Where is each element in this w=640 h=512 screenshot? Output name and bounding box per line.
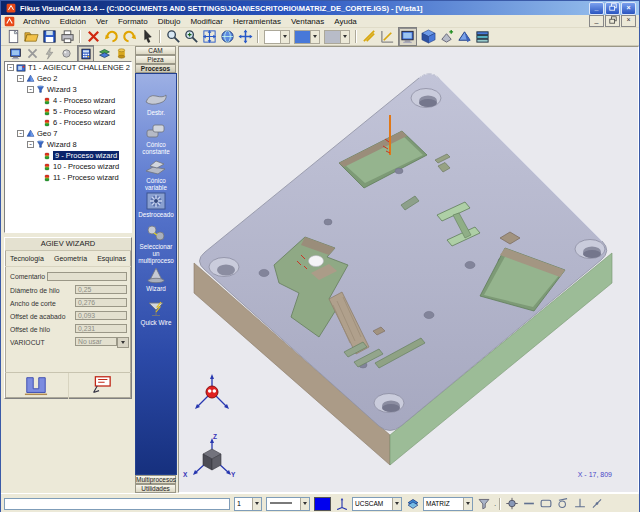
tree-row[interactable]: - Wizard 3 [5,84,131,95]
sphere-icon[interactable] [60,47,73,60]
diametro-input[interactable]: 0,25 [75,285,127,294]
process-item-destroceado[interactable]: Destroceado [136,192,176,218]
layer-number-combo[interactable]: 1 [234,497,262,511]
menu-herramientas[interactable]: Herramientas [228,17,286,26]
tree-label[interactable]: 4 - Proceso wizard [53,96,115,105]
offset-acabado-input[interactable]: 0,093 [75,311,127,320]
variocut-dropdown-button[interactable] [117,337,129,348]
snap-perpendicular-icon[interactable] [573,497,587,510]
pan-icon[interactable] [238,29,253,44]
offset-hilo-input[interactable]: 0,231 [75,324,127,333]
tree-label[interactable]: 5 - Proceso wizard [53,107,115,116]
tree-row[interactable]: - Wizard 8 [5,139,131,150]
layer-diamond-icon[interactable] [406,497,420,510]
expander-icon[interactable]: - [7,64,14,71]
viewport-vista1[interactable]: Z X Y X - 17, 809 Y - 35, 292 Z 0 [178,46,639,493]
tree-label[interactable]: Geo 2 [37,74,57,83]
layers-icon[interactable] [98,47,111,60]
agie-sign-button[interactable] [69,373,132,399]
plane-icon[interactable] [439,29,454,44]
wedge-icon[interactable] [457,29,472,44]
save-icon[interactable] [42,29,57,44]
tree-label[interactable]: 10 - Proceso wizard [53,162,119,171]
undo-icon[interactable] [104,29,119,44]
select-icon[interactable] [140,29,155,44]
menu-ventanas[interactable]: Ventanas [286,17,329,26]
snap-nearest-icon[interactable] [590,497,604,510]
zoom-window-icon[interactable] [184,29,199,44]
mdi-restore-button[interactable] [605,15,620,27]
tab-pieza[interactable]: Pieza [135,55,176,64]
tree-row[interactable]: 10 - Proceso wizard [5,161,131,172]
expander-icon[interactable]: - [17,75,24,82]
tree-row[interactable]: 6 - Proceso wizard [5,117,131,128]
tree-row[interactable]: - Geo 2 [5,73,131,84]
tab-utilidades[interactable]: Utilidades [135,484,176,493]
close-button[interactable]: × [621,2,636,15]
tree-label[interactable]: 9 - Proceso wizard [53,151,119,160]
tree-label[interactable]: 6 - Proceso wizard [53,118,115,127]
menu-modificar[interactable]: Modificar [185,17,227,26]
tree-label[interactable]: 11 - Proceso wizard [53,173,119,182]
scale-icon[interactable] [380,29,395,44]
snap-point-icon[interactable] [505,497,519,510]
snap-middle-icon[interactable] [522,497,536,510]
zoom-icon[interactable] [166,29,181,44]
tree-row[interactable]: 5 - Proceso wizard [5,106,131,117]
tab-geometria[interactable]: Geometría [54,255,87,262]
simulate-screen-icon[interactable] [9,47,22,60]
tab-procesos[interactable]: Procesos [135,64,176,73]
expander-icon[interactable]: - [27,141,34,148]
command-input[interactable] [4,498,230,510]
minimize-button[interactable]: _ [589,2,604,15]
tab-cam[interactable]: CAM [135,46,176,55]
axis-icon[interactable] [335,497,349,510]
menu-dibujo[interactable]: Dibujo [153,17,186,26]
measure-icon[interactable] [362,29,377,44]
menu-formato[interactable]: Formato [113,17,153,26]
tree-row[interactable]: - T1 - AGIECUT CHALLENGE 2 [5,62,131,73]
cam-tree[interactable]: - T1 - AGIECUT CHALLENGE 2 - Geo 2 - Wiz… [4,61,132,233]
delete-gray-icon[interactable] [26,47,39,60]
view-combo[interactable] [264,30,290,44]
tree-row[interactable]: 11 - Proceso wizard [5,172,131,183]
process-item-desbaste[interactable]: Desbr. [136,90,176,116]
variocut-select[interactable]: No usar [75,337,117,346]
layer-name-combo[interactable]: MATRIZ [423,497,473,511]
tree-label[interactable]: T1 - AGIECUT CHALLENGE 2 [28,63,130,72]
tree-row[interactable]: 4 - Proceso wizard [5,95,131,106]
stack-icon[interactable] [475,29,490,44]
process-item-quick-wire[interactable]: Quick Wire [136,300,176,326]
maximize-button[interactable] [605,2,620,15]
mdi-close-button[interactable]: × [621,15,636,27]
tab-tecnologia[interactable]: Tecnología [10,255,44,262]
die-punch-button[interactable] [5,373,69,399]
tree-row[interactable]: - Geo 7 [5,128,131,139]
tab-multiprocesos[interactable]: Multiprocesos [135,475,176,484]
ancho-input[interactable]: 0,276 [75,298,127,307]
zoom-all-icon[interactable] [220,29,235,44]
redo-icon[interactable] [122,29,137,44]
technology-table-button[interactable] [77,45,94,62]
snap-rectangle-icon[interactable] [539,497,553,510]
tree-label[interactable]: Wizard 8 [47,140,77,149]
zoom-fit-icon[interactable] [202,29,217,44]
expander-icon[interactable]: - [17,130,24,137]
bolt-icon[interactable] [43,47,56,60]
model-3d[interactable] [179,47,638,492]
menu-archivo[interactable]: Archivo [18,17,55,26]
process-item-conico-variable[interactable]: Cónico variable [136,158,176,191]
snap-tangent-icon[interactable] [556,497,570,510]
mdi-minimize-button[interactable]: _ [589,15,604,27]
screen-view-button[interactable] [398,27,417,46]
tree-label[interactable]: Wizard 3 [47,85,77,94]
cube-view-icon[interactable] [421,29,436,44]
line-style-combo[interactable] [266,497,310,511]
tree-label[interactable]: Geo 7 [37,129,57,138]
process-item-wizard[interactable]: Wizard [136,266,176,292]
filter-icon[interactable] [477,497,491,510]
print-icon[interactable] [60,29,75,44]
delete-icon[interactable] [86,29,101,44]
color-swatch[interactable] [314,497,331,511]
tab-esquinas[interactable]: Esquinas [97,255,126,262]
